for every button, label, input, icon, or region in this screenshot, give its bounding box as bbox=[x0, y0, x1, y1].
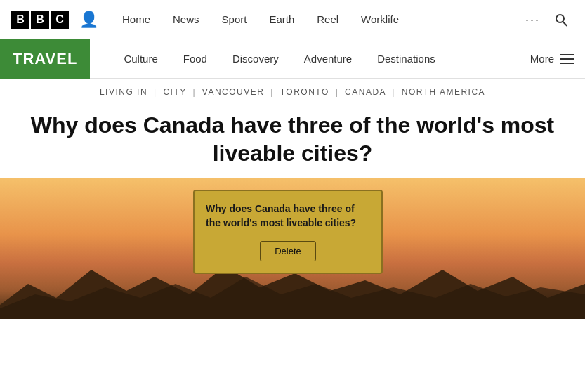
nav-news[interactable]: News bbox=[162, 0, 211, 39]
breadcrumb-sep-3: | bbox=[270, 87, 277, 97]
travel-nav-destinations[interactable]: Destinations bbox=[364, 39, 448, 79]
top-nav: B B C 👤 Home News Sport Earth Reel Workl… bbox=[0, 0, 585, 39]
svg-line-1 bbox=[563, 22, 567, 26]
breadcrumb-city[interactable]: CITY bbox=[163, 87, 186, 97]
nav-earth[interactable]: Earth bbox=[258, 0, 305, 39]
nav-worklife[interactable]: Worklife bbox=[350, 0, 410, 39]
travel-nav-links: Culture Food Discovery Adventure Destina… bbox=[111, 39, 518, 79]
hamburger-icon bbox=[560, 54, 574, 64]
tooltip-text: Why does Canada have three of the world'… bbox=[206, 202, 370, 230]
breadcrumb-sep-4: | bbox=[336, 87, 342, 97]
breadcrumb-canada[interactable]: CANADA bbox=[345, 87, 386, 97]
article-title: Why does Canada have three of the world'… bbox=[0, 103, 585, 178]
travel-nav-discovery[interactable]: Discovery bbox=[220, 39, 291, 79]
travel-nav-culture[interactable]: Culture bbox=[111, 39, 170, 79]
nav-home[interactable]: Home bbox=[111, 0, 162, 39]
nav-reel[interactable]: Reel bbox=[305, 0, 350, 39]
user-icon[interactable]: 👤 bbox=[77, 8, 100, 31]
breadcrumb-sep-1: | bbox=[154, 87, 160, 97]
breadcrumb-vancouver[interactable]: VANCOUVER bbox=[202, 87, 265, 97]
more-options-button[interactable]: ··· bbox=[517, 0, 548, 39]
breadcrumb-north-america[interactable]: NORTH AMERICA bbox=[402, 87, 485, 97]
breadcrumb-sep-5: | bbox=[392, 87, 398, 97]
bbc-b1[interactable]: B bbox=[11, 11, 29, 29]
travel-nav-adventure[interactable]: Adventure bbox=[291, 39, 364, 79]
search-icon bbox=[554, 13, 568, 27]
search-button[interactable] bbox=[548, 7, 574, 32]
travel-nav-food[interactable]: Food bbox=[171, 39, 220, 79]
breadcrumb-sep-2: | bbox=[192, 87, 199, 97]
breadcrumb-living-in[interactable]: LIVING IN bbox=[100, 87, 147, 97]
travel-nav: TRAVEL Culture Food Discovery Adventure … bbox=[0, 39, 585, 79]
travel-logo[interactable]: TRAVEL bbox=[0, 39, 90, 79]
bbc-logo[interactable]: B B C bbox=[11, 11, 69, 29]
travel-more-button[interactable]: More bbox=[519, 53, 585, 65]
travel-more-label: More bbox=[530, 53, 554, 65]
tooltip-popup: Why does Canada have three of the world'… bbox=[193, 190, 383, 274]
breadcrumb: LIVING IN | CITY | VANCOUVER | TORONTO |… bbox=[0, 79, 585, 103]
bbc-b2[interactable]: B bbox=[31, 11, 49, 29]
breadcrumb-toronto[interactable]: TORONTO bbox=[280, 87, 329, 97]
top-nav-links: Home News Sport Earth Reel Worklife bbox=[111, 0, 517, 39]
delete-button[interactable]: Delete bbox=[260, 241, 316, 261]
nav-sport[interactable]: Sport bbox=[211, 0, 258, 39]
bbc-c[interactable]: C bbox=[51, 11, 69, 29]
